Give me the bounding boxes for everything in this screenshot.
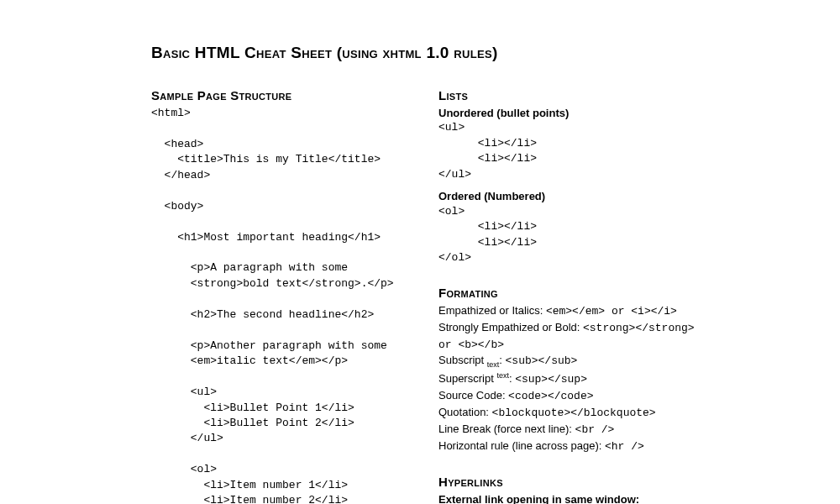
formatting-subscript: text bbox=[487, 360, 500, 369]
formatting-code: <br /> bbox=[575, 423, 615, 436]
formatting-label: : bbox=[499, 354, 505, 366]
formatting-code: <blockquote></blockquote> bbox=[492, 407, 656, 419]
lists-ordered-code: <ol> <li></li> <li></li> </ol> bbox=[438, 204, 699, 266]
section-heading-sample: Sample Page Structure bbox=[151, 87, 403, 104]
sample-code-block: <html> <head> <title>This is my Title</t… bbox=[151, 106, 403, 504]
formatting-code: <em></em> or <i></i> bbox=[546, 305, 677, 318]
formatting-label: Empathized or Italics: bbox=[438, 304, 546, 317]
lists-ordered-label: Ordered (Numbered) bbox=[438, 189, 699, 204]
formatting-row: Horizontal rule (line across page): <hr … bbox=[438, 438, 699, 455]
formatting-code: <sub></sub> bbox=[506, 354, 578, 367]
formatting-label: Strongly Empathized or Bold: bbox=[438, 321, 583, 333]
formatting-superscript: text bbox=[496, 371, 509, 380]
formatting-label: Source Code: bbox=[438, 389, 508, 402]
formatting-label: Horizontal rule (line across page): bbox=[438, 439, 605, 452]
formatting-row: Quotation: <blockquote></blockquote> bbox=[438, 405, 699, 422]
formatting-label: Subscript bbox=[438, 354, 487, 366]
column-right: Lists Unordered (bullet points) <ul> <li… bbox=[438, 87, 699, 504]
formatting-code: <sup></sup> bbox=[515, 373, 587, 386]
page-title: Basic HTML Cheat Sheet (using xhtml 1.0 … bbox=[151, 42, 840, 64]
section-heading-lists: Lists bbox=[438, 87, 699, 104]
section-heading-formatting: Formating bbox=[438, 285, 699, 302]
formatting-code: <code></code> bbox=[508, 390, 593, 402]
formatting-code: <hr /> bbox=[605, 440, 644, 453]
lists-unordered-code: <ul> <li></li> <li></li> </ul> bbox=[438, 120, 699, 182]
formatting-label: Line Break (force next line): bbox=[438, 423, 575, 435]
formatting-label: Superscript bbox=[438, 372, 496, 385]
lists-unordered-label: Unordered (bullet points) bbox=[438, 106, 699, 121]
formatting-row: Strongly Empathized or Bold: <strong></s… bbox=[438, 320, 699, 354]
formatting-label: Quotation: bbox=[438, 406, 492, 418]
formatting-rows: Empathized or Italics: <em></em> or <i><… bbox=[438, 303, 699, 455]
section-heading-hyperlinks: Hyperlinks bbox=[438, 474, 699, 491]
hyperlinks-sublabel: External link opening in same window: bbox=[438, 492, 699, 504]
formatting-row: Source Code: <code></code> bbox=[438, 388, 699, 405]
formatting-row: Line Break (force next line): <br /> bbox=[438, 422, 699, 438]
formatting-row: Subscript text: <sub></sub> bbox=[438, 353, 699, 370]
formatting-row: Superscript text: <sup></sup> bbox=[438, 370, 699, 388]
content-columns: Sample Page Structure <html> <head> <tit… bbox=[151, 87, 840, 504]
formatting-row: Empathized or Italics: <em></em> or <i><… bbox=[438, 303, 699, 320]
column-left: Sample Page Structure <html> <head> <tit… bbox=[151, 87, 403, 504]
